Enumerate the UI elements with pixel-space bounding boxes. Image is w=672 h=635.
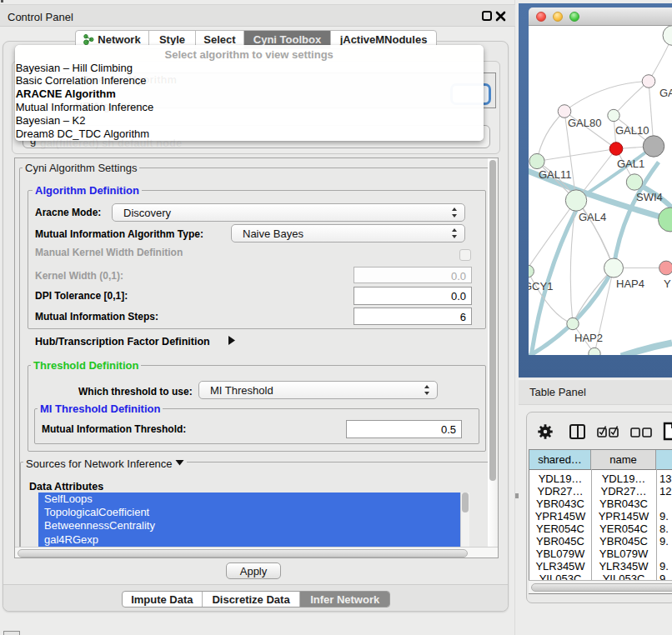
svg-text:GAL10: GAL10	[615, 124, 649, 137]
svg-text:GAL7: GAL7	[659, 87, 672, 99]
svg-text:GAL1: GAL1	[617, 158, 644, 170]
svg-text:SWI4: SWI4	[636, 191, 663, 203]
svg-text:GCY1: GCY1	[529, 280, 553, 292]
svg-text:HAP2: HAP2	[574, 332, 603, 344]
svg-text:GAL4: GAL4	[579, 211, 606, 223]
svg-text:GAL80: GAL80	[568, 117, 601, 129]
svg-text:Y: Y	[664, 278, 671, 290]
svg-text:HAP4: HAP4	[616, 278, 644, 290]
svg-text:GAL11: GAL11	[539, 168, 572, 181]
